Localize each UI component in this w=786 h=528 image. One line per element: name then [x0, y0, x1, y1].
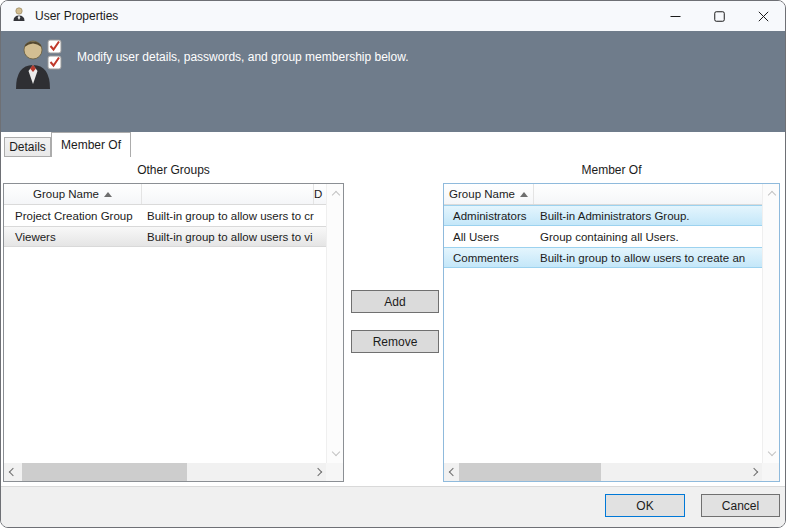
other-groups-header-row: Group Name D: [4, 184, 326, 205]
title-bar: User Properties: [1, 1, 785, 31]
horizontal-scrollbar[interactable]: [4, 463, 326, 481]
table-row[interactable]: Commenters Built-in group to allow users…: [444, 247, 762, 268]
scrollbar-corner: [326, 463, 343, 481]
group-name-cell: Commenters: [444, 252, 534, 264]
dialog-footer: OK Cancel: [1, 486, 785, 527]
member-of-list: Group Name Administrators Built-in Admin…: [443, 183, 780, 482]
vertical-scrollbar[interactable]: [762, 184, 779, 463]
chevron-up-icon: [767, 191, 775, 199]
window-title: User Properties: [35, 9, 118, 23]
user-checklist-icon: [11, 39, 71, 95]
group-description-cell: Built-in group to allow users to vi: [142, 231, 326, 243]
group-description-cell: Built-in group to allow users to cr: [142, 210, 326, 222]
vertical-scrollbar[interactable]: [326, 184, 343, 463]
column-header-group-name[interactable]: Group Name: [4, 184, 142, 204]
sort-ascending-icon: [520, 192, 528, 197]
app-user-icon: [11, 6, 27, 26]
table-row[interactable]: Viewers Built-in group to allow users to…: [4, 226, 326, 247]
close-button[interactable]: [741, 1, 785, 31]
scroll-down-button[interactable]: [327, 443, 344, 461]
tab-member-of[interactable]: Member Of: [51, 132, 131, 157]
group-description-cell: Group containing all Users.: [534, 231, 762, 243]
column-header-label: Group Name: [33, 188, 99, 200]
table-row[interactable]: Administrators Built-in Administrators G…: [444, 205, 762, 226]
chevron-left-icon: [8, 468, 16, 476]
column-header-group-name[interactable]: Group Name: [444, 184, 534, 204]
banner-message: Modify user details, passwords, and grou…: [77, 50, 409, 64]
cancel-button[interactable]: Cancel: [701, 494, 780, 517]
scrollbar-corner: [762, 463, 779, 481]
chevron-down-icon: [767, 448, 775, 456]
member-of-header-row: Group Name: [444, 184, 762, 205]
table-row[interactable]: Project Creation Group Built-in group to…: [4, 205, 326, 226]
maximize-icon: [714, 11, 725, 22]
group-name-cell: Viewers: [4, 231, 142, 243]
maximize-button[interactable]: [697, 1, 741, 31]
chevron-right-icon: [749, 468, 757, 476]
column-header-label: Group Name: [449, 188, 515, 200]
tab-details[interactable]: Details: [4, 137, 51, 157]
horizontal-scrollbar[interactable]: [444, 463, 762, 481]
tab-page-member-of: Other Groups Member Of Group Name D Proj…: [1, 157, 785, 486]
tab-strip: Details Member Of: [1, 132, 785, 157]
user-properties-dialog: User Properties: [0, 0, 786, 528]
other-groups-list: Group Name D Project Creation Group Buil…: [3, 183, 344, 482]
minimize-button[interactable]: [653, 1, 697, 31]
scroll-up-button[interactable]: [763, 186, 780, 204]
chevron-down-icon: [331, 448, 339, 456]
column-header-description-clipped[interactable]: D: [314, 184, 326, 204]
scroll-down-button[interactable]: [763, 443, 780, 461]
scroll-right-button[interactable]: [745, 463, 762, 481]
group-name-cell: All Users: [444, 231, 534, 243]
member-of-title: Member Of: [443, 163, 780, 179]
scrollbar-thumb[interactable]: [459, 463, 601, 481]
group-description-cell: Built-in Administrators Group.: [534, 210, 762, 222]
add-button[interactable]: Add: [351, 290, 439, 313]
sort-ascending-icon: [104, 192, 112, 197]
member-of-rows: Administrators Built-in Administrators G…: [444, 205, 762, 268]
table-row[interactable]: All Users Group containing all Users.: [444, 226, 762, 247]
scrollbar-thumb[interactable]: [22, 463, 187, 481]
other-groups-title: Other Groups: [3, 163, 344, 179]
scroll-right-button[interactable]: [309, 463, 326, 481]
other-groups-rows: Project Creation Group Built-in group to…: [4, 205, 326, 247]
remove-button[interactable]: Remove: [351, 330, 439, 353]
group-name-cell: Project Creation Group: [4, 210, 142, 222]
column-header-blank[interactable]: [534, 184, 762, 204]
ok-button[interactable]: OK: [605, 494, 685, 517]
group-description-cell: Built-in group to allow users to create …: [534, 252, 762, 264]
column-header-blank[interactable]: [142, 184, 314, 204]
group-name-cell: Administrators: [444, 210, 534, 222]
close-icon: [758, 11, 769, 22]
scroll-left-button[interactable]: [4, 463, 21, 481]
chevron-up-icon: [331, 191, 339, 199]
chevron-right-icon: [313, 468, 321, 476]
chevron-left-icon: [448, 468, 456, 476]
header-banner: Modify user details, passwords, and grou…: [1, 31, 785, 132]
minimize-icon: [670, 11, 681, 22]
scroll-up-button[interactable]: [327, 186, 344, 204]
